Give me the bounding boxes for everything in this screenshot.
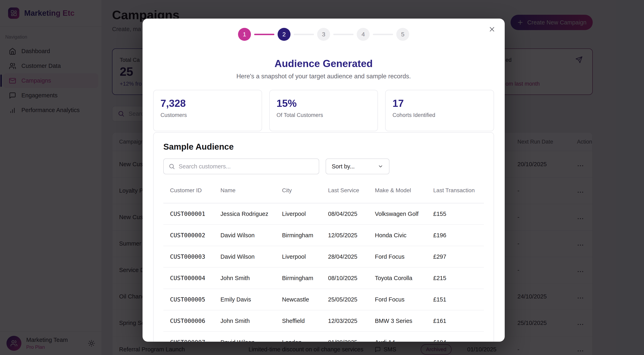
stat-customers: 7,328 Customers xyxy=(153,90,262,131)
sample-audience-panel: Sample Audience Sort by... Customer ID N… xyxy=(153,132,494,342)
stat-total-customers-pct: 15% Of Total Customers xyxy=(269,90,378,131)
sample-audience-table: Customer ID Name City Last Service Make … xyxy=(163,187,484,342)
customer-id: CUST000005 xyxy=(170,296,220,303)
step-3[interactable]: 3 xyxy=(317,28,330,41)
customer-id: CUST000002 xyxy=(170,232,220,239)
modal-subtitle: Here's a snapshot of your target audienc… xyxy=(142,73,505,80)
app-window: Marketing Etc Navigation Dashboard Custo… xyxy=(0,0,644,355)
step-2[interactable]: 2 xyxy=(278,28,290,41)
sort-by-select[interactable]: Sort by... xyxy=(326,158,390,174)
audience-generated-modal: 1 2 3 4 5 Audience Generated Here's a sn… xyxy=(142,18,505,342)
customer-id: CUST000003 xyxy=(170,253,220,260)
step-5[interactable]: 5 xyxy=(396,28,409,41)
sample-table-header: Customer ID Name City Last Service Make … xyxy=(163,187,484,203)
step-1[interactable]: 1 xyxy=(238,28,251,41)
step-connector xyxy=(333,34,354,35)
table-row: CUST000001 Jessica Rodriguez Liverpool 0… xyxy=(163,203,484,225)
table-row: CUST000003 David Wilson Liverpool 28/04/… xyxy=(163,246,484,268)
step-connector xyxy=(373,34,393,35)
customer-id: CUST000001 xyxy=(170,210,220,217)
table-row: CUST000005 Emily Davis Newcastle 25/05/2… xyxy=(163,289,484,310)
modal-title: Audience Generated xyxy=(142,58,505,70)
customer-id: CUST000006 xyxy=(170,318,220,324)
step-connector xyxy=(294,34,314,35)
customer-id: CUST000004 xyxy=(170,275,220,282)
chevron-down-icon xyxy=(378,164,383,169)
table-row: CUST000006 John Smith Sheffield 12/03/20… xyxy=(163,310,484,332)
search-icon xyxy=(168,163,175,170)
table-row: CUST000007 David Wilson London 01/08/202… xyxy=(163,332,484,342)
customer-search-input[interactable] xyxy=(179,163,314,170)
customer-id: CUST000007 xyxy=(170,339,220,342)
sample-controls: Sort by... xyxy=(163,158,484,174)
table-row: CUST000002 David Wilson Birmingham 12/05… xyxy=(163,225,484,246)
step-connector xyxy=(254,34,274,35)
table-row: CUST000004 John Smith Birmingham 08/10/2… xyxy=(163,268,484,289)
audience-stats: 7,328 Customers 15% Of Total Customers 1… xyxy=(153,90,494,131)
sample-audience-title: Sample Audience xyxy=(163,142,484,152)
wizard-stepper: 1 2 3 4 5 xyxy=(142,28,505,41)
step-4[interactable]: 4 xyxy=(357,28,370,41)
stat-cohorts: 17 Cohorts Identified xyxy=(385,90,494,131)
customer-search-bar[interactable] xyxy=(163,158,319,174)
